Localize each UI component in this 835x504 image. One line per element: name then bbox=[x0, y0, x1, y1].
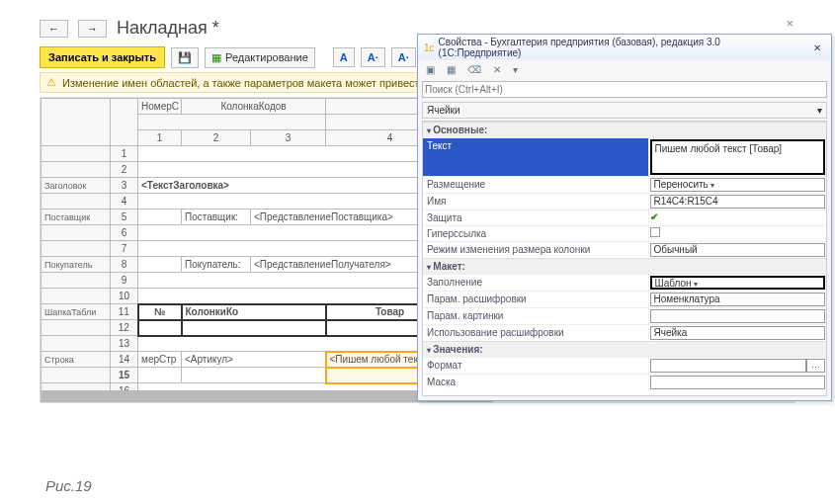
region-kolonka[interactable]: КолонкаКодов bbox=[182, 99, 326, 115]
th-number[interactable]: № bbox=[138, 304, 182, 320]
nav-forward-button[interactable]: → bbox=[78, 20, 107, 38]
props-tb-5[interactable]: ▾ bbox=[509, 62, 522, 77]
prop-fill-label: Заполнение bbox=[423, 275, 648, 291]
section-layout[interactable]: Макет: bbox=[423, 258, 826, 274]
warning-icon: ⚠ bbox=[46, 76, 56, 89]
row14-artikul[interactable]: <Артикул> bbox=[182, 352, 326, 368]
props-search-input[interactable] bbox=[422, 81, 827, 98]
prop-picture-value[interactable] bbox=[650, 309, 825, 323]
prop-name-value[interactable]: R14C4:R15C4 bbox=[650, 195, 825, 209]
prop-detail-label: Парам. расшифровки bbox=[423, 292, 648, 307]
th-kolonki[interactable]: КолонкиКо bbox=[182, 304, 326, 320]
supplier-label[interactable]: Поставщик: bbox=[182, 210, 251, 225]
prop-fill-value[interactable]: Шаблон bbox=[650, 276, 825, 290]
col-2[interactable]: 2 bbox=[182, 130, 251, 146]
cell-combo[interactable]: Ячейки▾ bbox=[422, 102, 827, 119]
props-tb-4[interactable]: ✕ bbox=[489, 62, 505, 77]
prop-mask-label: Маска bbox=[423, 375, 648, 390]
props-tb-1[interactable]: ▣ bbox=[422, 62, 439, 77]
prop-placement-label: Размещение bbox=[423, 177, 648, 193]
props-tb-3[interactable]: ⌫ bbox=[463, 62, 485, 77]
prop-protect-label: Защита bbox=[423, 210, 648, 225]
font-button-a[interactable]: A bbox=[333, 47, 355, 67]
prop-name-label: Имя bbox=[423, 194, 648, 210]
page-title: Накладная * bbox=[117, 18, 219, 39]
section-values[interactable]: Значения: bbox=[423, 341, 826, 357]
font-smaller-button[interactable]: A· bbox=[391, 47, 416, 67]
prop-usedetail-value[interactable]: Ячейка bbox=[650, 326, 825, 340]
window-close[interactable]: × bbox=[786, 16, 793, 31]
prop-protect-check[interactable]: ✔ bbox=[650, 211, 658, 222]
prop-picture-label: Парам. картинки bbox=[423, 308, 648, 324]
save-and-close-button[interactable]: Записать и закрыть bbox=[40, 46, 165, 68]
figure-caption: Рис.19 bbox=[45, 477, 92, 494]
properties-panel: 1c Свойства - Бухгалтерия предприятия (б… bbox=[417, 34, 832, 401]
col-1[interactable]: 1 bbox=[138, 130, 182, 146]
props-tb-2[interactable]: ▦ bbox=[443, 62, 459, 77]
edit-mode-button[interactable]: ▦Редактирование bbox=[205, 47, 315, 68]
nav-back-button[interactable]: ← bbox=[40, 20, 68, 38]
prop-format-label: Формат bbox=[423, 358, 648, 374]
section-main[interactable]: Основные: bbox=[423, 122, 826, 137]
save-icon-button[interactable]: 💾 bbox=[171, 47, 199, 68]
prop-hyperlink-check[interactable] bbox=[650, 227, 660, 237]
font-bigger-button[interactable]: A· bbox=[361, 47, 385, 67]
prop-detail-value[interactable]: Номенклатура bbox=[650, 293, 825, 306]
prop-colmode-value[interactable]: Обычный bbox=[650, 243, 825, 257]
prop-format-button[interactable]: … bbox=[806, 359, 825, 373]
props-close-icon[interactable]: ✕ bbox=[809, 42, 825, 53]
prop-text-label: Текст bbox=[423, 138, 648, 176]
col-3[interactable]: 3 bbox=[251, 130, 326, 146]
prop-hyperlink-label: Гиперссылка bbox=[423, 226, 648, 241]
row14-nomer[interactable]: мерСтр bbox=[138, 352, 182, 368]
props-toolbar: ▣ ▦ ⌫ ✕ ▾ bbox=[418, 60, 831, 79]
region-nomer[interactable]: НомерС bbox=[138, 99, 182, 115]
props-title: Свойства - Бухгалтерия предприятия (базо… bbox=[439, 37, 805, 58]
prop-placement-value[interactable]: Переносить bbox=[650, 178, 825, 192]
prop-format-value[interactable] bbox=[650, 359, 806, 373]
prop-text-value[interactable]: Пишем любой текст [Товар] bbox=[650, 139, 825, 175]
prop-mask-value[interactable] bbox=[650, 376, 825, 389]
prop-colmode-label: Режим изменения размера колонки bbox=[423, 242, 648, 258]
prop-usedetail-label: Использование расшифровки bbox=[423, 325, 648, 341]
app-icon: 1c bbox=[424, 42, 435, 53]
props-footer-1: Текст в ячейке bbox=[427, 394, 822, 396]
buyer-label[interactable]: Покупатель: bbox=[182, 257, 251, 273]
